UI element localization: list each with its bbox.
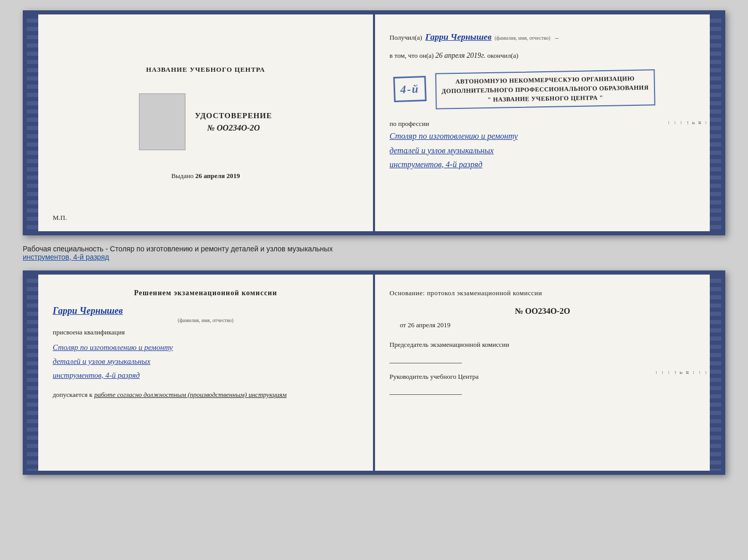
udost-text-block: УДОСТОВЕРЕНИЕ № OO234O-2O bbox=[195, 111, 272, 133]
rukevod-block: Руководитель учебного Центра bbox=[389, 372, 695, 395]
dopusk-italic: работе согласно должностным (производств… bbox=[94, 391, 286, 398]
description-underlined: инструментов, 4-й разряд bbox=[23, 253, 109, 261]
profession-line2-top: деталей и узлов музыкальных bbox=[389, 146, 494, 155]
bottom-right-side-marks: – – – и а ← – – – bbox=[702, 275, 710, 471]
right-page-content: Получил(а) Гарри Чернышев (фамилия, имя,… bbox=[389, 30, 695, 171]
profession-line3-top: инструментов, 4-й разряд bbox=[389, 160, 482, 169]
org-line3: " НАЗВАНИЕ УЧЕБНОГО ЦЕНТРА " bbox=[487, 94, 603, 103]
profession-line1-top: Столяр по изготовлению и ремонту bbox=[389, 132, 518, 140]
top-right-page: Получил(а) Гарри Чернышев (фамилия, имя,… bbox=[375, 14, 710, 231]
right-side-marks: – и а ← – – – bbox=[702, 14, 710, 231]
recipient-name: Гарри Чернышев bbox=[425, 30, 491, 44]
org-name-block: АВТОНОМНУЮ НЕКОММЕРЧЕСКУЮ ОРГАНИЗАЦИЮ ДО… bbox=[435, 69, 655, 109]
bottom-left-side-strip bbox=[27, 275, 38, 471]
org-line1: АВТОНОМНУЮ НЕКОММЕРЧЕСКУЮ ОРГАНИЗАЦИЮ bbox=[455, 75, 634, 85]
chairman-title: Председатель экзаменационной комиссии bbox=[389, 341, 509, 348]
right-side-strip bbox=[710, 14, 721, 231]
chairman-block: Председатель экзаменационной комиссии bbox=[389, 340, 695, 363]
issued-date: 26 апреля 2019 bbox=[195, 172, 240, 180]
protocol-number: № OO234O-2O bbox=[389, 307, 695, 316]
vtom-prefix: в том, что он(а) bbox=[389, 52, 434, 59]
top-left-page: НАЗВАНИЕ УЧЕБНОГО ЦЕНТРА УДОСТОВЕРЕНИЕ №… bbox=[38, 14, 375, 231]
issued-label: Выдано bbox=[171, 172, 193, 180]
po-professii: по профессии bbox=[389, 119, 695, 130]
org-line2: ДОПОЛНИТЕЛЬНОГО ПРОФЕССИОНАЛЬНОГО ОБРАЗО… bbox=[441, 84, 648, 94]
name-hint-top: (фамилия, имя, отчество) bbox=[494, 34, 550, 42]
bottom-left-page: Решением экзаменационной комиссии Гарри … bbox=[38, 275, 375, 471]
photo-placeholder bbox=[139, 93, 185, 150]
left-page-content: НАЗВАНИЕ УЧЕБНОГО ЦЕНТРА УДОСТОВЕРЕНИЕ №… bbox=[53, 30, 359, 216]
bottom-document-spread: Решением экзаменационной комиссии Гарри … bbox=[23, 270, 725, 475]
left-side-strip bbox=[27, 14, 38, 231]
decision-title: Решением экзаменационной комиссии bbox=[53, 289, 359, 297]
bottom-name-hint: (фамилия, имя, отчество) bbox=[53, 317, 359, 323]
rukevod-signature-line bbox=[389, 386, 462, 395]
issued-block: Выдано 26 апреля 2019 bbox=[171, 172, 240, 180]
grade-org-block: 4-й АВТОНОМНУЮ НЕКОММЕРЧЕСКУЮ ОРГАНИЗАЦИ… bbox=[389, 67, 695, 111]
mp-label: М.П. bbox=[53, 214, 67, 222]
grade-stamp: 4-й bbox=[393, 76, 426, 102]
profession-text-top: Столяр по изготовлению и ремонту деталей… bbox=[389, 129, 695, 171]
training-center-label: НАЗВАНИЕ УЧЕБНОГО ЦЕНТРА bbox=[146, 66, 266, 74]
udost-number: № OO234O-2O bbox=[195, 123, 272, 133]
dopusk-prefix: допускается к bbox=[53, 391, 92, 398]
org-block: АВТОНОМНУЮ НЕКОММЕРЧЕСКУЮ ОРГАНИЗАЦИЮ ДО… bbox=[435, 67, 655, 111]
po-professii-label: по профессии bbox=[389, 120, 429, 127]
protocol-date-block: от 26 апреля 2019 bbox=[389, 321, 695, 329]
received-line: Получил(а) Гарри Чернышев (фамилия, имя,… bbox=[389, 30, 695, 44]
udost-title: УДОСТОВЕРЕНИЕ bbox=[195, 111, 272, 120]
udost-block: УДОСТОВЕРЕНИЕ № OO234O-2O bbox=[53, 93, 359, 150]
ot-label: от bbox=[400, 321, 406, 329]
bottom-right-page: Основание: протокол экзаменационной коми… bbox=[375, 275, 710, 471]
description-block: Рабочая специальность - Столяр по изгото… bbox=[23, 245, 725, 261]
dopuskaetsya-block: допускается к работе согласно должностны… bbox=[53, 391, 359, 399]
bottom-prof-line2: деталей и узлов музыкальных bbox=[53, 357, 150, 365]
chairman-signature-line bbox=[389, 354, 462, 363]
bottom-profession-text: Столяр по изготовлению и ремонту деталей… bbox=[53, 341, 359, 382]
bottom-right-side-strip bbox=[710, 275, 721, 471]
vtom-date: 26 апреля 2019г. bbox=[435, 52, 486, 59]
bottom-prof-line1: Столяр по изготовлению и ремонту bbox=[53, 343, 173, 351]
description-normal: Рабочая специальность - Столяр по изгото… bbox=[23, 245, 333, 253]
protocol-date: 26 апреля 2019 bbox=[408, 321, 450, 329]
vtom-line: в том, что он(а) 26 апреля 2019г. окончи… bbox=[389, 50, 695, 61]
received-prefix: Получил(а) bbox=[389, 33, 422, 43]
vtom-suffix: окончил(а) bbox=[487, 52, 518, 59]
bottom-name: Гарри Чернышев bbox=[53, 306, 359, 316]
bottom-prof-line3: инструментов, 4-й разряд bbox=[53, 371, 140, 379]
osnov-title: Основание: протокол экзаменационной коми… bbox=[389, 289, 695, 297]
rukevod-title: Руководитель учебного Центра bbox=[389, 373, 479, 380]
top-document-spread: НАЗВАНИЕ УЧЕБНОГО ЦЕНТРА УДОСТОВЕРЕНИЕ №… bbox=[23, 10, 725, 235]
prisvoena-label: присвоена квалификация bbox=[53, 328, 359, 337]
